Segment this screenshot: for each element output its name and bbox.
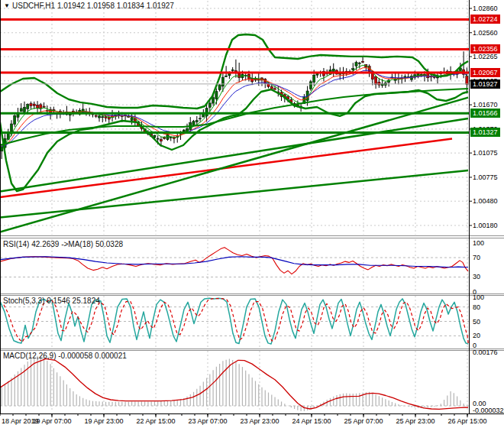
candle-body <box>199 118 202 119</box>
candle-body <box>208 103 211 108</box>
price-axis-label: 1.02265 <box>473 53 498 60</box>
price-axis-label: 1.02860 <box>473 5 498 12</box>
price-axis-label: 1.01670 <box>473 101 498 109</box>
symbol-dropdown-icon[interactable]: ▼ <box>4 2 10 9</box>
candle-body <box>466 76 468 85</box>
candle-body <box>192 122 195 125</box>
ema-slow-blue <box>2 70 467 147</box>
candle-body <box>95 115 97 116</box>
current-price-chip: 1.01927 <box>470 79 500 89</box>
price-axis-label: 1.00775 <box>473 173 498 181</box>
resistance-price-chip: 1.02356 <box>470 44 500 54</box>
candle-body <box>157 138 159 139</box>
candle-body <box>215 92 218 99</box>
time-axis-label: 22 Apr 15:00 <box>136 417 175 425</box>
candle-body <box>20 109 22 112</box>
time-axis-label: 19 Apr 07:00 <box>32 417 71 425</box>
chart-canvas <box>0 0 504 428</box>
candle-body <box>98 116 100 118</box>
support-price-chip: 1.01566 <box>470 109 500 118</box>
price-axis-label: 1.02560 <box>473 29 498 37</box>
forex-chart-window: ▼ USDCHF,H1 1.01942 1.01958 1.01834 1.01… <box>0 0 504 428</box>
candle-body <box>27 105 29 109</box>
candle-body <box>131 118 133 121</box>
bollinger-upper <box>0 34 468 109</box>
candle-body <box>170 137 172 138</box>
main-chart-title: USDCHF,H1 1.01942 1.01958 1.01834 1.0192… <box>12 2 174 10</box>
candle-body <box>225 76 228 76</box>
macd-axis-label: -0.0000322 <box>473 407 504 414</box>
candle-body <box>183 130 185 131</box>
time-axis-label: 26 Apr 15:00 <box>447 417 486 425</box>
price-axis-label: 1.00480 <box>473 197 498 205</box>
candle-body <box>313 75 315 82</box>
rsi-axis-label: 100 <box>473 239 484 247</box>
price-axis-label: 1.01075 <box>473 149 498 157</box>
candle-body <box>378 83 380 86</box>
stoch-axis-label: 20 <box>473 332 480 339</box>
candle-body <box>1 147 3 151</box>
candle-body <box>14 115 16 124</box>
candle-body <box>218 85 221 90</box>
candle-body <box>355 63 357 66</box>
candle-body <box>102 117 104 118</box>
time-axis-label: 19 Apr 23:00 <box>84 417 123 425</box>
candle-body <box>105 117 107 118</box>
candle-body <box>30 104 32 106</box>
time-axis-label: 23 Apr 07:00 <box>188 417 227 425</box>
stoch-axis-label: 50 <box>473 318 480 326</box>
rsi-indicator-title: RSI(14) 42.2639 ->MA(18) 50.0328 <box>3 240 123 248</box>
support-price-chip: 1.01327 <box>470 128 500 137</box>
time-axis-label: 24 Apr 15:00 <box>292 417 331 425</box>
candle-body <box>221 77 224 86</box>
candle-body <box>273 89 276 89</box>
candle-body <box>238 73 241 77</box>
candle-body <box>436 77 438 78</box>
candle-body <box>352 69 354 70</box>
candle-body <box>212 98 215 103</box>
rsi-axis-label: 30 <box>473 273 480 280</box>
candle-body <box>375 76 377 84</box>
candle-body <box>153 135 156 138</box>
resistance-price-chip: 1.02724 <box>470 15 500 24</box>
time-axis-label: 23 Apr 23:00 <box>240 417 279 425</box>
candle-body <box>362 61 364 62</box>
rsi-line <box>0 248 468 274</box>
time-axis-label: 25 Apr 23:00 <box>396 417 435 425</box>
stoch-axis-label: 80 <box>473 303 480 311</box>
candle-body <box>316 73 318 75</box>
stoch-axis-label: 100 <box>473 293 484 301</box>
candle-body <box>43 106 45 107</box>
candle-body <box>231 70 234 70</box>
price-axis-label: 1.00180 <box>473 222 498 229</box>
time-axis-label: 25 Apr 07:00 <box>344 417 383 425</box>
candle-body <box>358 63 360 63</box>
resistance-price-chip: 1.02067 <box>470 68 500 77</box>
candle-body <box>195 121 198 122</box>
macd-axis-label: 0.00176 <box>473 349 498 356</box>
candle-body <box>166 135 169 140</box>
candle-body <box>160 139 162 141</box>
candle-body <box>33 104 35 105</box>
stoch-indicator-title: Stoch(5,3,3) 0.1546 25.1824 <box>3 297 100 305</box>
candle-body <box>404 76 406 77</box>
macd-indicator-title: MACD(12,26,9) -0.000058 0.000021 <box>3 352 127 360</box>
rsi-axis-label: 70 <box>473 254 480 261</box>
candle-body <box>23 107 25 112</box>
candle-body <box>108 118 110 119</box>
candle-body <box>309 82 312 89</box>
